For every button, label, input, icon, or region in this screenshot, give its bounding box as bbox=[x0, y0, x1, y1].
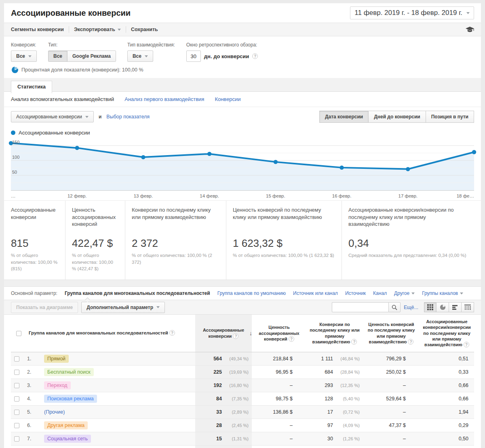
subnav-first-interaction-analysis[interactable]: Анализ первого взаимодействия bbox=[124, 96, 204, 102]
header-assisted-last-click-ratio[interactable]: Ассоциированные конверсии/конверсии по п… bbox=[420, 315, 474, 352]
summary-cards: Ассоциированные конверсии 815 % от общег… bbox=[4, 200, 481, 280]
channel-chip[interactable]: Другая реклама bbox=[44, 421, 88, 429]
export-button[interactable]: Экспортировать bbox=[69, 27, 126, 32]
x-axis-tick: 18 фе… bbox=[457, 194, 474, 198]
search-button[interactable] bbox=[388, 302, 401, 312]
academy-graduation-cap-icon[interactable] bbox=[466, 27, 474, 33]
mode-days-to-conversion-button[interactable]: Дней до конверсии bbox=[369, 111, 426, 123]
help-icon[interactable] bbox=[233, 333, 238, 339]
row-checkbox[interactable] bbox=[14, 396, 19, 402]
channel-chip[interactable]: Прямой bbox=[44, 355, 69, 363]
table-row: 5.(Прочие)33(2,89 %)136,86 $17(0,72 %)–1… bbox=[11, 405, 474, 419]
plot-rows-button[interactable]: Показать на диаграмме bbox=[11, 302, 78, 313]
table-row: 1.Прямой564(49,34 %)218,84 $1 111(46,84 … bbox=[11, 352, 474, 365]
filter-lookback-window: Окно ретроспективного обзора: дн. до кон… bbox=[186, 42, 258, 62]
row-checkbox[interactable] bbox=[14, 370, 19, 375]
select-all-checkbox[interactable] bbox=[16, 331, 21, 336]
save-button[interactable]: Сохранить bbox=[126, 27, 163, 32]
last-click-value-cell: 796,29 $ bbox=[363, 352, 420, 365]
dim-link-source[interactable]: Источник bbox=[345, 290, 366, 296]
row-checkbox[interactable] bbox=[14, 423, 19, 428]
assisted-value-cell: 98,75 $ bbox=[252, 392, 306, 405]
channel-cell: Другая реклама bbox=[41, 419, 195, 432]
percentage-view-button[interactable] bbox=[436, 302, 449, 312]
chevron-down-icon bbox=[145, 55, 148, 57]
row-checkbox[interactable] bbox=[14, 356, 19, 362]
pivot-view-button[interactable] bbox=[462, 302, 474, 312]
channel-chip[interactable]: Социальная сеть bbox=[44, 435, 91, 443]
select-metric-link[interactable]: Выбор показателя bbox=[106, 114, 150, 120]
conversion-segments-button[interactable]: Сегменты конверсии bbox=[11, 27, 69, 32]
table-view-button[interactable] bbox=[424, 302, 436, 312]
search-icon bbox=[392, 305, 397, 310]
subnav-assisted-interaction-analysis[interactable]: Анализ вспомогательных взаимодействий bbox=[11, 96, 114, 102]
assisted-value-cell: – bbox=[252, 379, 306, 392]
subnav-conversions[interactable]: Конверсии bbox=[215, 96, 240, 102]
header-assisted-conversions[interactable]: Ассоциированные конверсии bbox=[195, 315, 252, 352]
chevron-down-icon bbox=[118, 29, 121, 31]
assisted-conversions-cell: 28(2,45 %) bbox=[195, 419, 252, 432]
dim-link-medium[interactable]: Канал bbox=[373, 290, 387, 296]
channel-cell: Социальная сеть bbox=[41, 432, 195, 445]
row-checkbox[interactable] bbox=[14, 383, 19, 388]
header-last-click-conversion-value[interactable]: Ценность конверсий по последнему клику и… bbox=[363, 315, 420, 352]
table-search bbox=[332, 302, 401, 312]
header-dimension[interactable]: Группа каналов для многоканальных послед… bbox=[26, 315, 195, 352]
lookback-window-input[interactable] bbox=[186, 50, 201, 62]
table-body: 1.Прямой564(49,34 %)218,84 $1 111(46,84 … bbox=[11, 352, 474, 448]
channel-chip[interactable]: Бесплатный поиск bbox=[44, 368, 94, 376]
help-icon[interactable] bbox=[351, 339, 357, 345]
header-last-click-conversions[interactable]: Конверсии по последнему клику или прямом… bbox=[306, 315, 363, 352]
help-icon[interactable] bbox=[252, 53, 258, 59]
horizontal-bars-icon bbox=[452, 305, 458, 310]
mode-path-position-button[interactable]: Позиция в пути bbox=[426, 111, 474, 123]
grid-table-icon bbox=[427, 304, 433, 310]
type-google-ads-button[interactable]: Google Реклама bbox=[67, 51, 116, 61]
channel-cell: (Прочие) bbox=[41, 405, 195, 419]
card-assisted-conversions: Ассоциированные конверсии 815 % от общег… bbox=[11, 201, 65, 280]
secondary-dimension-select[interactable]: Дополнительный параметр bbox=[81, 302, 165, 313]
dim-mcf-channel-grouping[interactable]: Группа каналов для многоканальных послед… bbox=[65, 290, 210, 296]
help-icon[interactable] bbox=[289, 336, 294, 342]
assisted-value-cell: – bbox=[252, 432, 306, 445]
channel-chip[interactable]: Переход bbox=[44, 381, 71, 389]
search-input[interactable] bbox=[332, 302, 388, 312]
performance-view-button[interactable] bbox=[449, 302, 462, 312]
dim-link-channel-groupings[interactable]: Группы каналов bbox=[422, 290, 463, 296]
last-click-conversions-cell: 97(4,09 %) bbox=[306, 419, 363, 432]
card-value: 2 372 bbox=[132, 237, 219, 250]
dim-link-other[interactable]: Другое bbox=[394, 290, 415, 296]
dim-link-source-or-medium[interactable]: Источник или канал bbox=[293, 290, 338, 296]
card-title: Конверсии по последнему клику или прямом… bbox=[132, 206, 219, 237]
y-axis-tick: 100 bbox=[12, 155, 19, 160]
lookback-suffix: дн. до конверсии bbox=[204, 53, 249, 59]
primary-dimension-row: Основной параметр: Группа каналов для мн… bbox=[4, 287, 481, 300]
help-icon[interactable] bbox=[464, 342, 469, 347]
card-value: 1 623,32 $ bbox=[233, 237, 335, 250]
date-range-selector[interactable]: 11 февр. 2019 г. - 18 февр. 2019 г. bbox=[350, 6, 474, 19]
last-click-conversions-cell: 30(1,26 %) bbox=[306, 432, 363, 445]
row-checkbox[interactable] bbox=[14, 436, 19, 442]
dim-link-default-channel-grouping[interactable]: Группа каналов по умолчанию bbox=[217, 290, 286, 296]
table-row: 4.Поисковая реклама84(7,35 %)98,75 $128(… bbox=[11, 392, 474, 405]
date-range-value: 11 февр. 2019 г. - 18 февр. 2019 г. bbox=[354, 9, 462, 17]
channel-chip[interactable]: Поисковая реклама bbox=[44, 395, 97, 403]
conversion-select[interactable]: Все bbox=[11, 50, 37, 62]
section-divider bbox=[4, 280, 481, 287]
card-subtext: % от общего количества: 100,00 % (815) bbox=[11, 252, 59, 272]
help-icon[interactable] bbox=[169, 330, 175, 336]
channel-chip[interactable]: (Прочие) bbox=[44, 408, 65, 416]
mode-conversion-date-button[interactable]: Дата конверсии bbox=[319, 111, 369, 123]
x-axis-tick: 15 февр. bbox=[266, 194, 285, 198]
tab-statistics[interactable]: Статистика bbox=[11, 81, 52, 93]
row-checkbox[interactable] bbox=[14, 410, 19, 415]
chevron-down-icon bbox=[460, 292, 463, 294]
header-assisted-conversion-value[interactable]: Ценность ассоциированных конверсий bbox=[252, 315, 306, 352]
assisted-conversions-cell: 2(0,17 %) bbox=[195, 445, 252, 448]
help-icon[interactable] bbox=[408, 339, 413, 345]
metric-select[interactable]: Ассоциированные конверсии bbox=[11, 111, 94, 122]
interaction-type-select[interactable]: Все bbox=[127, 50, 153, 62]
x-axis-tick: … bbox=[11, 194, 16, 198]
advanced-search-link[interactable]: Ещё... bbox=[404, 305, 418, 310]
type-all-button[interactable]: Все bbox=[48, 51, 67, 61]
